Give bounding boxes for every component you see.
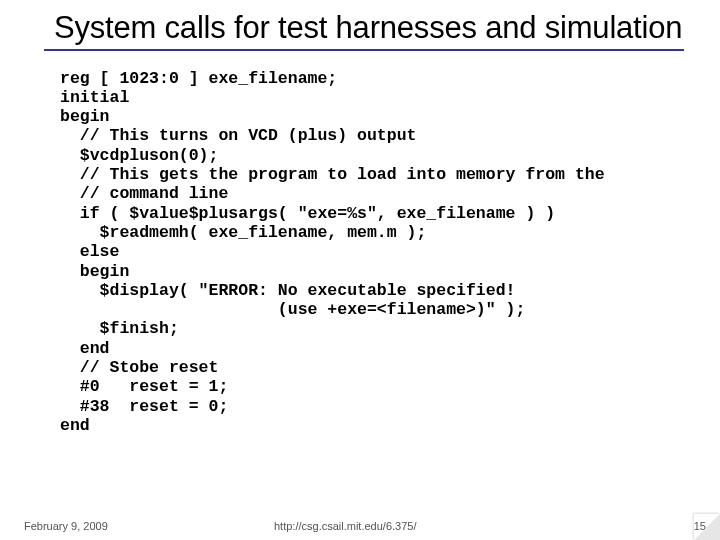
footer-date: February 9, 2009: [24, 520, 108, 532]
title-area: System calls for test harnesses and simu…: [54, 10, 684, 51]
slide: System calls for test harnesses and simu…: [0, 0, 720, 540]
page-curl-icon: [692, 512, 720, 540]
slide-title: System calls for test harnesses and simu…: [54, 10, 684, 47]
footer-url: http://csg.csail.mit.edu/6.375/: [274, 520, 416, 532]
title-underline: [44, 49, 684, 51]
code-listing: reg [ 1023:0 ] exe_filename; initial beg…: [60, 69, 674, 436]
